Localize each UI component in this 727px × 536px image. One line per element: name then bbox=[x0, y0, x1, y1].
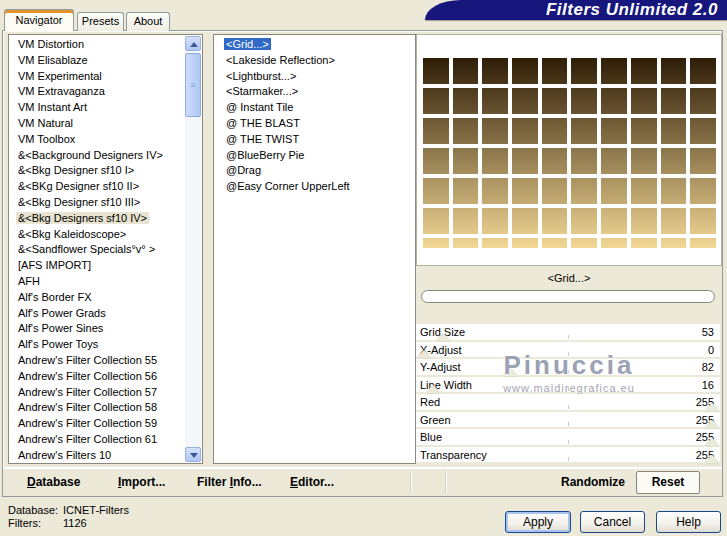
slider-thumb[interactable] bbox=[705, 438, 719, 446]
navigator-list-item[interactable]: Andrew's Filter Collection 55 bbox=[9, 353, 185, 369]
scrollbar-thumb[interactable]: ≡ bbox=[185, 53, 201, 117]
arrow-down-icon bbox=[190, 453, 198, 458]
filter-list-item[interactable]: <Starmaker...> bbox=[214, 84, 415, 100]
navigator-list-item[interactable]: VM Extravaganza bbox=[9, 84, 185, 100]
selected-filter-caption: <Grid...> bbox=[416, 272, 722, 284]
slider-grid-size[interactable]: Grid Size53 bbox=[416, 324, 720, 342]
tab-navigator[interactable]: Navigator bbox=[4, 9, 74, 31]
navigator-list-item[interactable]: AFH bbox=[9, 274, 185, 290]
slider-x-adjust[interactable]: X-Adjust0 bbox=[416, 342, 720, 360]
navigator-list-item[interactable]: Alf's Border FX bbox=[9, 290, 185, 306]
slider-y-adjust[interactable]: Y-Adjust82 bbox=[416, 359, 720, 377]
tab-presets[interactable]: Presets bbox=[77, 12, 124, 31]
filters-unlimited-dialog: { "window": { "title": "Filters Unlimite… bbox=[0, 0, 727, 536]
slider-blue[interactable]: Blue255 bbox=[416, 429, 720, 447]
slider-label: Blue bbox=[420, 431, 442, 443]
navigator-list-item[interactable]: Andrew's Filter Collection 59 bbox=[9, 416, 185, 432]
slider-value: 82 bbox=[702, 361, 714, 373]
filter-list-item[interactable]: @Easy Corner UpperLeft bbox=[214, 179, 415, 195]
slider-center-tick bbox=[568, 387, 569, 391]
arrow-up-icon bbox=[190, 42, 198, 47]
filters-count-value: 1126 bbox=[63, 517, 87, 530]
slider-thumb[interactable] bbox=[426, 385, 440, 393]
slider-label: Green bbox=[420, 414, 451, 426]
navigator-list-item[interactable]: &<Background Designers IV> bbox=[9, 148, 185, 164]
navigator-list-item[interactable]: &<Sandflower Specials°v° > bbox=[9, 242, 185, 258]
navigator-list-item[interactable]: &<Bkg Designers sf10 IV> bbox=[9, 211, 185, 227]
slider-thumb[interactable] bbox=[503, 368, 517, 376]
slider-value: 0 bbox=[708, 344, 714, 356]
slider-value: 16 bbox=[702, 379, 714, 391]
filters-count-label: Filters: bbox=[8, 517, 63, 530]
navigator-list-item[interactable]: VM Natural bbox=[9, 116, 185, 132]
slider-red[interactable]: Red255 bbox=[416, 394, 720, 412]
toolbar-item-editor[interactable]: Editor... bbox=[290, 468, 334, 497]
filter-list-item[interactable]: <Grid...> bbox=[214, 37, 415, 53]
scrollbar-track[interactable]: ≡ bbox=[185, 36, 201, 462]
filter-list-item[interactable]: @ Instant Tile bbox=[214, 100, 415, 116]
filter-list: <Grid...><Lakeside Reflection><Lightburs… bbox=[213, 34, 416, 464]
toolbar-item-randomize[interactable]: Randomize bbox=[561, 468, 625, 497]
navigator-list-item[interactable]: Alf's Power Sines bbox=[9, 321, 185, 337]
navigator-list-item[interactable]: Andrew's Filters 10 bbox=[9, 448, 185, 464]
toolbar-item-import[interactable]: Import... bbox=[118, 468, 165, 497]
navigator-list-item[interactable]: &<Bkg Kaleidoscope> bbox=[9, 227, 185, 243]
navigator-list-item[interactable]: Alf's Power Toys bbox=[9, 337, 185, 353]
cancel-button[interactable]: Cancel bbox=[580, 511, 645, 533]
scrollbar-up-button[interactable] bbox=[185, 36, 201, 51]
navigator-list-item[interactable]: VM Elisablaze bbox=[9, 53, 185, 69]
slider-transparency[interactable]: Transparency255 bbox=[416, 447, 720, 465]
parameter-sliders: Grid Size53X-Adjust0Y-Adjust82Line Width… bbox=[416, 324, 720, 464]
navigator-list-item[interactable]: VM Distortion bbox=[9, 37, 185, 53]
navigator-list-item[interactable]: Alf's Power Grads bbox=[9, 306, 185, 322]
slider-label: Red bbox=[420, 396, 440, 408]
status-area: Database: ICNET-Filters Filters: 1126 bbox=[8, 504, 129, 530]
toolbar-item-filter-info[interactable]: Filter Info... bbox=[197, 468, 262, 497]
slider-thumb[interactable] bbox=[417, 350, 431, 358]
reset-button[interactable]: Reset bbox=[636, 471, 700, 494]
navigator-list-item[interactable]: &<BKg Designer sf10 II> bbox=[9, 179, 185, 195]
slider-value: 53 bbox=[702, 326, 714, 338]
slider-label: Y-Adjust bbox=[420, 361, 461, 373]
toolbar-separator bbox=[445, 471, 447, 493]
slider-thumb[interactable] bbox=[705, 403, 719, 411]
title-banner: Filters Unlimited 2.0 bbox=[425, 0, 727, 20]
filter-list-item[interactable]: <Lightburst...> bbox=[214, 69, 415, 85]
navigator-list-item[interactable]: Andrew's Filter Collection 61 bbox=[9, 432, 185, 448]
database-value: ICNET-Filters bbox=[63, 504, 129, 517]
navigator-list-item[interactable]: [AFS IMPORT] bbox=[9, 258, 185, 274]
toolbar-item-database[interactable]: Database bbox=[27, 468, 80, 497]
tab-about[interactable]: About bbox=[126, 12, 170, 31]
slider-thumb[interactable] bbox=[705, 455, 719, 463]
filter-list-items: <Grid...><Lakeside Reflection><Lightburs… bbox=[214, 37, 415, 463]
navigator-list-item[interactable]: VM Toolbox bbox=[9, 132, 185, 148]
navigator-list-item[interactable]: VM Instant Art bbox=[9, 100, 185, 116]
slider-thumb[interactable] bbox=[436, 333, 450, 341]
slider-center-tick bbox=[568, 335, 569, 339]
navigator-list-item[interactable]: Andrew's Filter Collection 58 bbox=[9, 400, 185, 416]
navigator-list-item[interactable]: &<Bkg Designer sf10 I> bbox=[9, 163, 185, 179]
filter-list-item[interactable]: @ THE TWIST bbox=[214, 132, 415, 148]
slider-center-tick bbox=[568, 440, 569, 444]
apply-button[interactable]: Apply bbox=[505, 511, 571, 533]
filter-list-item[interactable]: @BlueBerry Pie bbox=[214, 148, 415, 164]
filter-list-item[interactable]: <Lakeside Reflection> bbox=[214, 53, 415, 69]
filter-list-item[interactable]: @Drag bbox=[214, 163, 415, 179]
navigator-list-item[interactable]: VM Experimental bbox=[9, 69, 185, 85]
slider-thumb[interactable] bbox=[705, 420, 719, 428]
tab-page: VM DistortionVM ElisablazeVM Experimenta… bbox=[2, 30, 723, 497]
filter-settings-pane: <Grid...> Grid Size53X-Adjust0Y-Adjust82… bbox=[416, 34, 722, 464]
navigator-list-item[interactable]: &<Bkg Designer sf10 III> bbox=[9, 195, 185, 211]
scrollbar-down-button[interactable] bbox=[185, 447, 201, 462]
bottom-toolbar: DatabaseImport...Filter Info...Editor...… bbox=[3, 467, 722, 496]
slider-center-tick bbox=[568, 370, 569, 374]
navigator-list-item[interactable]: Andrew's Filter Collection 57 bbox=[9, 385, 185, 401]
slider-line-width[interactable]: Line Width16 bbox=[416, 377, 720, 395]
filter-list-item[interactable]: @ THE BLAST bbox=[214, 116, 415, 132]
help-button[interactable]: Help bbox=[656, 511, 721, 533]
navigator-list-item[interactable]: Andrew's Filter Collection 56 bbox=[9, 369, 185, 385]
slider-center-tick bbox=[568, 457, 569, 461]
toolbar-separator bbox=[410, 471, 412, 493]
slider-green[interactable]: Green255 bbox=[416, 412, 720, 430]
navigator-list: VM DistortionVM ElisablazeVM Experimenta… bbox=[8, 34, 203, 464]
